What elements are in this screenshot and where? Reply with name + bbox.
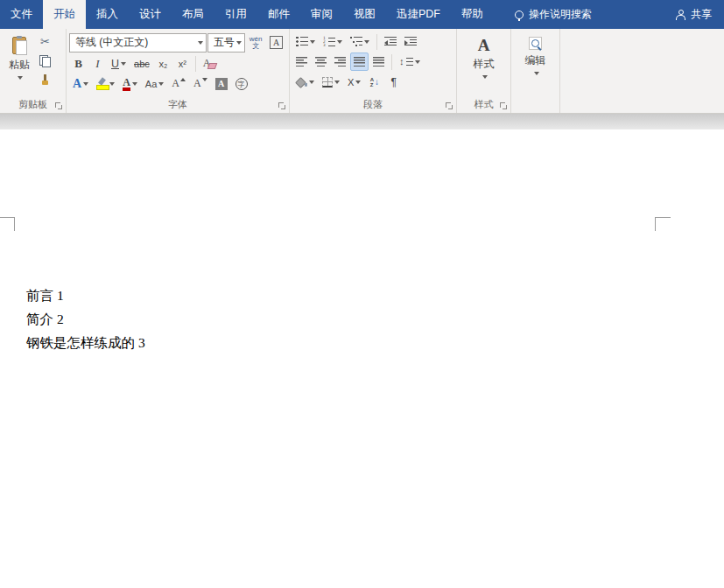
font-name-value: 等线 (中文正文) (75, 35, 148, 50)
chevron-down-icon (109, 82, 115, 86)
align-left-button[interactable] (292, 52, 311, 71)
character-border-button[interactable]: A (266, 33, 286, 52)
subscript-button[interactable]: x₂ (154, 54, 172, 73)
grow-letter: A (172, 77, 179, 90)
tell-me-search[interactable]: 操作说明搜索 (506, 0, 601, 29)
increase-indent-button[interactable] (401, 32, 420, 51)
share-label: 共享 (691, 7, 712, 22)
italic-icon: I (95, 57, 99, 71)
align-center-icon (315, 57, 327, 66)
tab-design[interactable]: 设计 (129, 0, 172, 29)
font-name-combo[interactable]: 等线 (中文正文) (69, 33, 207, 52)
tab-layout[interactable]: 布局 (172, 0, 214, 29)
align-right-button[interactable] (331, 52, 349, 71)
copy-icon (39, 55, 51, 67)
chevron-down-icon (482, 75, 488, 79)
font-dialog-launcher[interactable] (278, 102, 286, 110)
show-marks-button[interactable]: ¶ (384, 73, 403, 91)
chevron-down-icon (236, 41, 242, 45)
paste-label: 粘贴 (9, 58, 30, 73)
paste-button[interactable]: 粘贴 (3, 32, 36, 97)
sort-button[interactable]: AZ ↓ (365, 73, 383, 91)
align-right-icon (334, 57, 346, 66)
grow-font-icon: A (172, 77, 186, 90)
toc-line[interactable]: 钢铁是怎样练成的 3 (26, 331, 145, 354)
superscript-button[interactable]: x² (173, 54, 192, 73)
phonetic-guide-button[interactable]: wén 文 (246, 33, 265, 52)
shrink-font-icon: A (193, 77, 207, 90)
line-spacing-button[interactable]: ↕ (396, 52, 424, 71)
text-effects-icon: A (73, 78, 81, 90)
shrink-font-button[interactable]: A (190, 74, 211, 93)
tab-help[interactable]: 帮助 (451, 0, 494, 29)
character-border-icon: A (270, 36, 283, 49)
align-center-button[interactable] (312, 52, 330, 71)
format-painter-button[interactable] (36, 71, 54, 89)
clear-formatting-icon: A (203, 57, 217, 70)
text-highlight-button[interactable] (93, 74, 118, 93)
grow-font-button[interactable]: A (168, 74, 189, 93)
cut-button[interactable]: ✂ (36, 32, 54, 51)
character-shading-button[interactable]: A (212, 74, 231, 93)
chevron-down-icon (309, 80, 314, 84)
bullets-icon (296, 37, 308, 46)
decrease-indent-button[interactable] (381, 32, 400, 51)
toc-line[interactable]: 简介 2 (26, 307, 145, 331)
highlighter-icon (96, 78, 108, 90)
numbering-button[interactable] (320, 32, 346, 51)
sort-icon: AZ ↓ (370, 77, 379, 88)
styles-dialog-launcher[interactable] (499, 102, 508, 110)
superscript-icon: x² (179, 59, 186, 69)
document-top-margin-strip (0, 114, 724, 130)
change-case-button[interactable]: Aa (142, 74, 167, 93)
font-color-icon: A (123, 77, 130, 91)
enclose-characters-button[interactable]: 字 (232, 74, 251, 93)
borders-icon (322, 77, 333, 88)
strikethrough-button[interactable]: abc (130, 54, 153, 73)
copy-button[interactable] (36, 52, 54, 70)
styles-button[interactable]: A 样式 (467, 32, 501, 97)
font-size-combo[interactable]: 五号 (207, 33, 245, 52)
align-left-icon (296, 57, 307, 66)
tab-view[interactable]: 视图 (343, 0, 386, 29)
margin-crop-mark-left (0, 217, 15, 231)
clipboard-dialog-launcher[interactable] (54, 102, 63, 110)
ribbon-tab-bar: 文件 开始 插入 设计 布局 引用 邮件 审阅 视图 迅捷PDF 帮助 操作说明… (0, 0, 724, 29)
sort-z: Z (370, 82, 374, 88)
bold-icon: B (74, 57, 82, 71)
tab-review[interactable]: 审阅 (300, 0, 343, 29)
tab-file[interactable]: 文件 (0, 0, 43, 29)
font-color-button[interactable]: A (119, 74, 141, 93)
clear-formatting-button[interactable]: A (200, 54, 221, 73)
borders-button[interactable] (319, 73, 343, 91)
toc-line[interactable]: 前言 1 (26, 284, 145, 307)
decrease-indent-icon (384, 37, 397, 46)
chevron-down-icon (355, 80, 361, 84)
tab-insert[interactable]: 插入 (86, 0, 129, 29)
shrink-letter: A (193, 77, 201, 90)
tab-mailings[interactable]: 邮件 (257, 0, 300, 29)
text-effects-button[interactable]: A (69, 74, 92, 93)
tab-pdf-addin[interactable]: 迅捷PDF (386, 0, 451, 29)
bullets-button[interactable] (292, 32, 319, 51)
editing-group: 编辑 (511, 29, 560, 113)
multilevel-list-button[interactable] (347, 32, 373, 51)
pinyin-bottom: 文 (252, 43, 259, 50)
tab-home[interactable]: 开始 (43, 0, 86, 29)
shading-button[interactable] (292, 73, 318, 91)
tab-references[interactable]: 引用 (214, 0, 257, 29)
chevron-down-icon (18, 76, 23, 80)
editing-button[interactable]: 编辑 (519, 32, 552, 97)
paragraph-dialog-launcher[interactable] (445, 102, 453, 110)
distribute-button[interactable] (369, 52, 388, 71)
bold-button[interactable]: B (69, 54, 88, 73)
justify-icon (354, 57, 365, 66)
chevron-down-icon (415, 60, 420, 64)
italic-button[interactable]: I (88, 54, 107, 73)
underline-button[interactable]: U (108, 54, 130, 73)
share-button[interactable]: 共享 (664, 0, 724, 29)
justify-button[interactable] (350, 52, 369, 71)
asian-layout-button[interactable]: X (344, 73, 364, 91)
separator (376, 34, 377, 50)
page[interactable]: 前言 1 简介 2 钢铁是怎样练成的 3 (0, 130, 724, 588)
